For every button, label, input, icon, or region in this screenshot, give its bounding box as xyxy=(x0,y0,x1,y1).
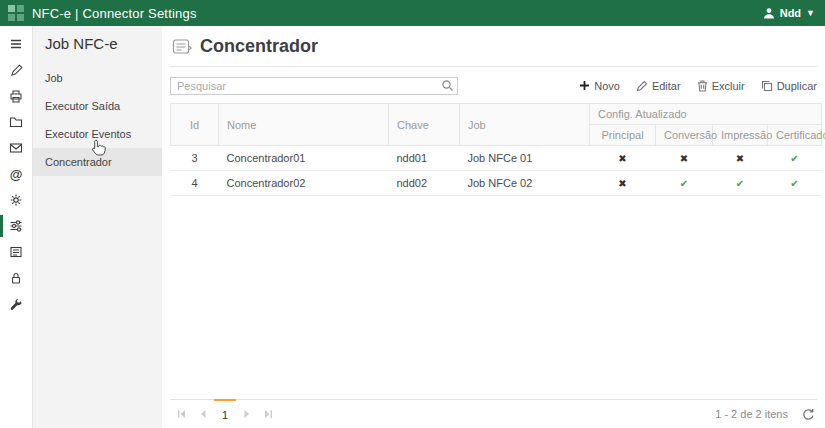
wrench-icon[interactable] xyxy=(0,291,32,317)
principal-status-icon: ✖ xyxy=(618,153,626,164)
brush-icon[interactable] xyxy=(0,57,32,83)
app-title: NFC-e | Connector Settings xyxy=(32,6,197,21)
refresh-icon[interactable] xyxy=(802,408,815,421)
printer-icon[interactable] xyxy=(0,83,32,109)
concentrador-table: Id Nome Chave Job Config. Atualizado Pri… xyxy=(170,103,822,196)
col-header-certificado[interactable]: Certificado xyxy=(768,125,822,146)
cell-job: Job NFCe 02 xyxy=(460,171,590,196)
impressao-status-icon: ✔ xyxy=(736,178,744,189)
grid-actions: Novo Editar Excluir Duplicar xyxy=(579,80,817,92)
col-header-job[interactable]: Job xyxy=(460,104,590,146)
col-header-nome[interactable]: Nome xyxy=(219,104,389,146)
mail-icon[interactable] xyxy=(0,135,32,161)
icon-rail: @ xyxy=(0,26,33,428)
lock-icon[interactable] xyxy=(0,265,32,291)
col-group-config-atualizado: Config. Atualizado xyxy=(590,104,822,125)
chevron-down-icon: ▼ xyxy=(806,8,815,18)
sliders-icon[interactable] xyxy=(0,213,32,239)
col-header-conversao[interactable]: Conversão xyxy=(656,125,713,146)
cell-nome: Concentrador02 xyxy=(219,171,389,196)
edit-button[interactable]: Editar xyxy=(636,80,681,92)
gear-icon[interactable] xyxy=(0,187,32,213)
concentrador-module-icon xyxy=(172,38,192,56)
sidebar-item-job[interactable]: Job xyxy=(33,64,162,92)
new-button[interactable]: Novo xyxy=(579,80,620,92)
trash-icon xyxy=(697,80,708,92)
app-shell: @ Job NFC-e Job Executor Saída Executor … xyxy=(0,26,825,428)
table-row[interactable]: 3 Concentrador01 ndd01 Job NFCe 01 ✖ ✖ ✖… xyxy=(171,146,822,171)
pager-info: 1 - 2 de 2 itens xyxy=(715,408,788,420)
pager-right: 1 - 2 de 2 itens xyxy=(715,400,817,428)
search-icon[interactable] xyxy=(441,78,454,96)
sidebar: Job NFC-e Job Executor Saída Executor Ev… xyxy=(33,26,162,428)
user-menu[interactable]: Ndd ▼ xyxy=(763,7,815,19)
topbar: NFC-e | Connector Settings Ndd ▼ xyxy=(0,0,825,26)
col-header-id[interactable]: Id xyxy=(171,104,219,146)
first-page-button[interactable] xyxy=(170,400,192,428)
delete-button[interactable]: Excluir xyxy=(697,80,745,92)
folder-icon[interactable] xyxy=(0,109,32,135)
duplicate-icon xyxy=(761,80,773,92)
principal-status-icon: ✖ xyxy=(618,178,626,189)
impressao-status-icon: ✖ xyxy=(736,153,744,164)
last-page-button[interactable] xyxy=(258,400,280,428)
search-box xyxy=(170,76,458,95)
prev-page-button[interactable] xyxy=(192,400,214,428)
toolbar-row: Novo Editar Excluir Duplicar xyxy=(170,76,817,95)
device-icon[interactable] xyxy=(0,239,32,265)
at-icon[interactable]: @ xyxy=(0,161,32,187)
sidebar-title: Job NFC-e xyxy=(33,26,162,64)
edit-icon xyxy=(636,80,648,92)
cell-id: 3 xyxy=(171,146,219,171)
search-input[interactable] xyxy=(170,77,458,95)
plus-icon xyxy=(579,80,590,91)
user-name: Ndd xyxy=(780,7,801,19)
cell-id: 4 xyxy=(171,171,219,196)
cell-chave: ndd02 xyxy=(389,171,460,196)
conversao-status-icon: ✔ xyxy=(680,178,688,189)
main-content: Concentrador Novo Editar xyxy=(162,26,825,428)
duplicate-button[interactable]: Duplicar xyxy=(761,80,817,92)
sidebar-item-executor-saida[interactable]: Executor Saída xyxy=(33,92,162,120)
cell-job: Job NFCe 01 xyxy=(460,146,590,171)
col-header-chave[interactable]: Chave xyxy=(389,104,460,146)
page-title: Concentrador xyxy=(200,36,318,57)
table-row[interactable]: 4 Concentrador02 ndd02 Job NFCe 02 ✖ ✔ ✔… xyxy=(171,171,822,196)
conversao-status-icon: ✖ xyxy=(680,153,688,164)
certificado-status-icon: ✔ xyxy=(790,178,798,189)
next-page-button[interactable] xyxy=(236,400,258,428)
pager: 1 1 - 2 de 2 itens xyxy=(170,399,817,428)
cell-nome: Concentrador01 xyxy=(219,146,389,171)
cell-chave: ndd01 xyxy=(389,146,460,171)
page-number-current[interactable]: 1 xyxy=(214,399,236,428)
sidebar-item-executor-eventos[interactable]: Executor Eventos xyxy=(33,120,162,148)
col-header-impressao[interactable]: Impressão xyxy=(713,125,768,146)
sidebar-item-concentrador[interactable]: Concentrador xyxy=(33,148,162,176)
page-header: Concentrador xyxy=(170,26,817,67)
col-header-principal[interactable]: Principal xyxy=(590,125,656,146)
app-logo-icon xyxy=(8,5,24,21)
certificado-status-icon: ✔ xyxy=(790,153,798,164)
menu-icon[interactable] xyxy=(0,31,32,57)
user-icon xyxy=(763,7,775,19)
app-window: NFC-e | Connector Settings Ndd ▼ xyxy=(0,0,825,428)
